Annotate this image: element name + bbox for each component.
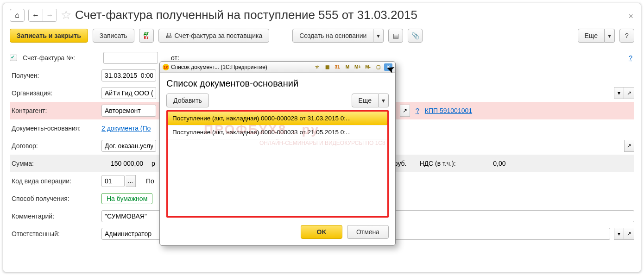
tb-calendar-icon[interactable]: 31 xyxy=(333,63,341,71)
method-button[interactable]: На бумажном xyxy=(101,193,152,204)
close-icon[interactable]: × xyxy=(628,12,633,21)
contract-input[interactable] xyxy=(101,140,156,152)
back-button[interactable]: ← xyxy=(29,9,43,21)
vat-value: 0,00 xyxy=(460,160,506,167)
tb-m-button[interactable]: M xyxy=(343,63,352,71)
nav-back-forward: ← → xyxy=(28,9,57,22)
method-label: Способ получения: xyxy=(10,195,98,202)
create-based-split: Создать на основании ▾ xyxy=(292,29,384,43)
received-input[interactable] xyxy=(101,69,156,81)
contract-label: Договор: xyxy=(10,142,98,150)
comment-label: Комментарий: xyxy=(10,212,98,220)
org-open[interactable]: ↗ xyxy=(624,87,634,99)
tb-fav-icon[interactable]: ☆ xyxy=(313,63,321,71)
basis-documents-dialog: 1c Список документ... (1С:Предприятие) ☆… xyxy=(159,61,396,246)
dtkt-button[interactable]: ДтКт xyxy=(139,29,154,43)
received-label: Получен: xyxy=(10,72,98,79)
opcode-desc: По xyxy=(146,177,154,185)
tb-calc-icon[interactable]: ▦ xyxy=(323,63,331,71)
contract-open[interactable]: ↗ xyxy=(624,140,634,152)
modal-more-caret[interactable]: ▾ xyxy=(379,94,389,107)
paperclip-icon: 📎 xyxy=(411,32,419,39)
sum-currency-2: руб. xyxy=(394,160,407,167)
basis-documents-list: Поступление (акт, накладная) 0000-000028… xyxy=(166,110,389,218)
modal-more-button[interactable]: Еще xyxy=(352,94,379,107)
attach-button[interactable]: 📎 xyxy=(408,29,423,43)
basis-label: Документы-основания: xyxy=(10,125,98,132)
more-caret[interactable]: ▾ xyxy=(605,29,615,43)
create-based-caret[interactable]: ▾ xyxy=(373,29,384,43)
home-button[interactable]: ⌂ xyxy=(10,9,25,22)
report-button[interactable]: ▤ xyxy=(388,29,403,43)
responsible-dropdown[interactable]: ▾ xyxy=(614,228,624,240)
responsible-label: Ответственный: xyxy=(10,230,98,238)
add-button[interactable]: Добавить xyxy=(166,94,209,107)
invoice-no-label: Счет-фактура №: xyxy=(21,54,100,62)
more-button[interactable]: Еще xyxy=(578,29,605,43)
org-input[interactable] xyxy=(101,87,156,99)
kpp-link[interactable]: КПП 591001001 xyxy=(425,107,472,114)
sum-label: Сумма: xyxy=(10,160,98,167)
list-item[interactable]: Поступление (акт, накладная) 0000-000033… xyxy=(168,125,387,139)
opcode-picker[interactable]: … xyxy=(126,175,136,187)
opcode-label: Код вида операции: xyxy=(10,177,98,185)
dtkt-icon: ДтКт xyxy=(144,31,149,40)
posted-check-icon xyxy=(10,55,17,61)
save-button[interactable]: Записать xyxy=(93,29,134,43)
forward-button[interactable]: → xyxy=(43,9,57,21)
tb-maximize-icon[interactable]: ▢ xyxy=(374,63,382,71)
cancel-button[interactable]: Отмена xyxy=(347,225,389,239)
from-label: от: xyxy=(171,54,179,62)
favorite-star-icon[interactable]: ☆ xyxy=(61,8,71,22)
basis-link[interactable]: 2 документа (По xyxy=(101,125,151,132)
printer-icon: 🖶 xyxy=(165,32,172,39)
tb-mminus-button[interactable]: M- xyxy=(364,63,372,71)
page-title: Счет-фактура полученный на поступление 5… xyxy=(75,8,417,22)
hint-link[interactable]: ? xyxy=(627,54,634,62)
more-split: Еще ▾ xyxy=(578,29,615,43)
sum-value: 150 000,00 xyxy=(101,160,143,167)
modal-heading: Список документов-оснований xyxy=(166,78,389,89)
print-invoice-button[interactable]: 🖶Счет-фактура за поставщика xyxy=(158,29,270,43)
responsible-open[interactable]: ↗ xyxy=(624,228,634,240)
create-based-button[interactable]: Создать на основании xyxy=(292,29,373,43)
modal-app-title: Список документ... (1С:Предприятие) xyxy=(171,64,267,70)
list-item[interactable]: Поступление (акт, накладная) 0000-000028… xyxy=(168,112,387,125)
opcode-input[interactable] xyxy=(101,175,125,187)
tb-close-icon[interactable]: ✕ xyxy=(384,63,392,71)
invoice-no-input[interactable] xyxy=(103,52,158,64)
counterparty-hint[interactable]: ? xyxy=(414,107,421,114)
help-button[interactable]: ? xyxy=(619,29,634,43)
counterparty-open[interactable]: ↗ xyxy=(400,105,410,117)
save-and-close-button[interactable]: Записать и закрыть xyxy=(10,29,88,43)
1c-icon: 1c xyxy=(163,64,169,70)
counterparty-input[interactable] xyxy=(101,105,156,117)
tb-mplus-button[interactable]: M+ xyxy=(354,63,362,71)
vat-label: НДС (в т.ч.): xyxy=(420,160,456,167)
ok-button[interactable]: OK xyxy=(301,225,342,239)
counterparty-label: Контрагент: xyxy=(10,107,98,114)
sum-currency-1: р xyxy=(152,160,155,167)
org-label: Организация: xyxy=(10,89,98,97)
org-dropdown[interactable]: ▾ xyxy=(614,87,624,99)
